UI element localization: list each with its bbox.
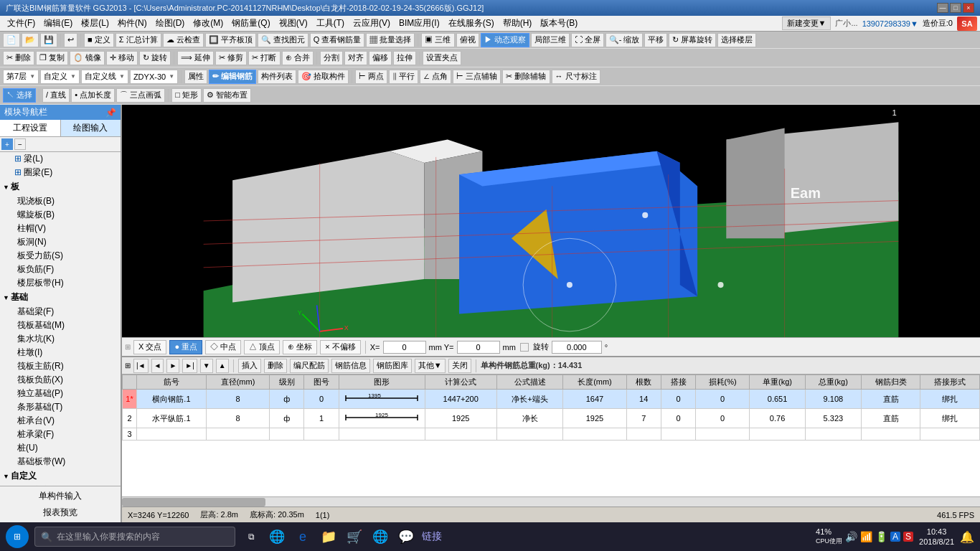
- snap-midpoint[interactable]: ● 重点: [169, 340, 202, 354]
- row-length[interactable]: 1647: [563, 390, 626, 409]
- save-btn[interactable]: 💾: [40, 33, 57, 47]
- dynamic-view-btn[interactable]: ▶ 动态观察: [481, 33, 529, 47]
- find-elem-btn[interactable]: 🔍 查找图元: [258, 33, 308, 47]
- snap-coord[interactable]: ⊕ 坐标: [283, 340, 317, 354]
- nav-raft[interactable]: 筏板基础(M): [0, 319, 121, 332]
- rebar-lib-btn[interactable]: 钢筋图库: [373, 359, 412, 373]
- nav-pile-beam[interactable]: 桩承梁(F): [0, 428, 121, 441]
- open-btn[interactable]: 📂: [22, 33, 39, 47]
- menu-cloud[interactable]: 云应用(V): [349, 16, 395, 31]
- row-splice-2[interactable]: 0: [661, 409, 695, 428]
- rotate-btn[interactable]: ↻ 旋转: [139, 51, 171, 65]
- zoom-out-btn[interactable]: 🔍- 缩放: [606, 33, 644, 47]
- offset-btn[interactable]: 偏移: [369, 51, 392, 65]
- row-shape[interactable]: 1395: [339, 390, 425, 409]
- close-button[interactable]: ×: [963, 3, 974, 13]
- dim-mark-btn[interactable]: ↔ 尺寸标注: [552, 70, 600, 84]
- taskbar-app-link[interactable]: 链接: [422, 527, 442, 547]
- undo-btn[interactable]: ↩: [64, 33, 77, 47]
- tray-icon-2[interactable]: 📶: [860, 531, 872, 542]
- trim-btn[interactable]: ✂ 修剪: [215, 51, 247, 65]
- rect-btn[interactable]: □ 矩形: [171, 88, 202, 103]
- horizontal-scrollbar[interactable]: [122, 496, 980, 507]
- minus-item-btn[interactable]: −: [14, 138, 26, 150]
- row-type[interactable]: 直筋: [861, 390, 920, 409]
- menu-tools[interactable]: 工具(T): [312, 16, 349, 31]
- menu-element[interactable]: 构件(N): [113, 16, 151, 31]
- delete-btn[interactable]: ✂ 删除: [3, 51, 34, 65]
- plan-btn[interactable]: 俯视: [456, 33, 479, 47]
- nav-group-foundation[interactable]: ▼ 基础: [0, 290, 121, 305]
- delete-row-btn[interactable]: 删除: [264, 359, 287, 373]
- nav-group-board[interactable]: ▼ 板: [0, 179, 121, 194]
- three-arc-btn[interactable]: ⌒ 三点画弧: [116, 88, 165, 103]
- row-unit-weight-2[interactable]: 0.76: [750, 409, 806, 428]
- row-level[interactable]: ф: [270, 390, 304, 409]
- split-btn[interactable]: 分割: [320, 51, 343, 65]
- row-count[interactable]: 14: [626, 390, 661, 409]
- report-preview-btn[interactable]: 报表预览: [0, 504, 121, 521]
- taskbar-app-store[interactable]: 🛒: [344, 527, 364, 547]
- table-row[interactable]: 2 水平纵筋.1 8 ф 1 19: [123, 409, 980, 428]
- nav-pit[interactable]: 集水坑(K): [0, 332, 121, 346]
- rotate-checkbox[interactable]: [520, 343, 529, 352]
- row-splice-type[interactable]: 绑扎: [920, 390, 980, 409]
- row-formula[interactable]: 1447+200: [425, 390, 496, 409]
- grip-btn[interactable]: 设置夹点: [423, 51, 461, 65]
- row-diameter-2[interactable]: 8: [206, 409, 269, 428]
- input-method[interactable]: A: [890, 532, 900, 542]
- taskbar-app-edge[interactable]: 🌐: [267, 527, 287, 547]
- batch-select-btn[interactable]: ▦ 批量选择: [366, 33, 415, 47]
- select-floor-btn[interactable]: 选择楼层: [717, 33, 756, 47]
- select-mode-btn[interactable]: ↖ 选择: [3, 88, 36, 103]
- single-element-btn[interactable]: 单构件输入: [0, 488, 121, 504]
- row-shape-2[interactable]: 1925: [339, 409, 425, 428]
- extend-btn[interactable]: ⟹ 延伸: [177, 51, 214, 65]
- row-loss-2[interactable]: 0: [696, 409, 750, 428]
- taskbar-app-ie[interactable]: e: [293, 527, 313, 547]
- price-btn[interactable]: 造价豆:0: [923, 18, 953, 29]
- row-total-weight-2[interactable]: 5.323: [805, 409, 861, 428]
- parallel-btn[interactable]: ∥ 平行: [389, 70, 418, 84]
- nav-raft-neg[interactable]: 筏板负筋(X): [0, 373, 121, 387]
- nav-down-btn[interactable]: ▼: [200, 359, 213, 373]
- taskbar-app-social[interactable]: 💬: [396, 527, 416, 547]
- notification-btn[interactable]: 🔔: [960, 530, 974, 544]
- nav-found-strip[interactable]: 基础板带(W): [0, 455, 121, 468]
- mirror-btn[interactable]: 🪞 镜像: [70, 51, 105, 65]
- menu-bim[interactable]: BIM应用(I): [395, 16, 444, 31]
- view-rebar-btn[interactable]: Q 查看钢筋量: [310, 33, 365, 47]
- new-btn[interactable]: 📄: [3, 33, 20, 47]
- row-rebar-name[interactable]: 横向钢筋.1: [137, 390, 207, 409]
- project-settings-link[interactable]: 工程设置: [0, 120, 61, 136]
- nav-isolated-found[interactable]: 独立基础(P): [0, 387, 121, 400]
- dim-config-btn[interactable]: 编尺配筋: [290, 359, 329, 373]
- resize-icon[interactable]: ⊞: [125, 362, 131, 369]
- nav-col-cap[interactable]: 柱帽(V): [0, 222, 121, 235]
- floor-select[interactable]: 第7层: [3, 70, 39, 84]
- minimize-button[interactable]: —: [937, 3, 948, 13]
- snap-center[interactable]: ◇ 中点: [205, 340, 241, 354]
- insert-row-btn[interactable]: 插入: [238, 359, 261, 373]
- copy-btn[interactable]: ❐ 复制: [36, 51, 68, 65]
- taskbar-app-files[interactable]: 📁: [319, 527, 339, 547]
- tray-icon-3[interactable]: 🔋: [875, 531, 887, 542]
- nav-pile-cap[interactable]: 桩承台(V): [0, 414, 121, 428]
- merge-btn[interactable]: ⊕ 合并: [282, 51, 314, 65]
- nav-board-hole[interactable]: 板洞(N): [0, 235, 121, 249]
- cloud-check-btn[interactable]: ☁ 云检查: [163, 33, 204, 47]
- task-view-btn[interactable]: ⧉: [241, 527, 261, 547]
- menu-version[interactable]: 版本号(B): [536, 16, 582, 31]
- stretch-btn[interactable]: 拉伸: [393, 51, 416, 65]
- row-desc[interactable]: 净长+端头: [496, 390, 563, 409]
- close-panel-btn[interactable]: 关闭: [448, 359, 471, 373]
- nav-floor-strip[interactable]: 楼层板带(H): [0, 276, 121, 290]
- row-formula-2[interactable]: 1925: [425, 409, 496, 428]
- y-input[interactable]: [457, 341, 500, 354]
- row-level-2[interactable]: ф: [270, 409, 304, 428]
- menu-floor[interactable]: 楼层(L): [77, 16, 113, 31]
- new-change-btn[interactable]: 新建变更▼: [782, 17, 831, 30]
- snap-vertex[interactable]: △ 顶点: [244, 340, 280, 354]
- window-controls[interactable]: — □ ×: [937, 3, 974, 13]
- point-angle-btn[interactable]: ∠ 点角: [420, 70, 451, 84]
